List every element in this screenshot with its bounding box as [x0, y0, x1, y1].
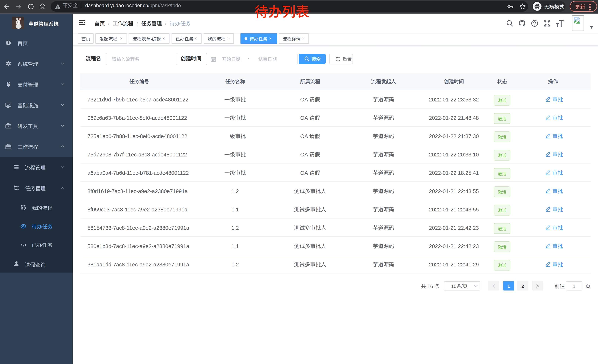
svg-text:¥: ¥ — [7, 81, 10, 87]
